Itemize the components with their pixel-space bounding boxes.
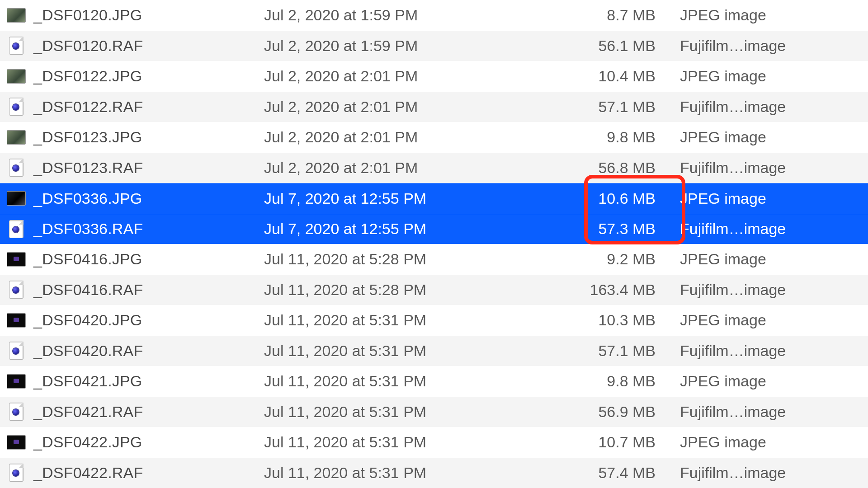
file-date-modified: Jul 2, 2020 at 1:59 PM bbox=[264, 6, 517, 24]
file-name: _DSF0422.RAF bbox=[33, 464, 264, 482]
file-size: 10.7 MB bbox=[517, 433, 680, 451]
file-kind: Fujifilm…image bbox=[680, 37, 864, 55]
file-size: 57.3 MB bbox=[517, 220, 680, 238]
file-name: _DSF0120.RAF bbox=[33, 37, 264, 55]
file-date-modified: Jul 11, 2020 at 5:31 PM bbox=[264, 342, 517, 360]
file-name: _DSF0422.JPG bbox=[33, 433, 264, 451]
file-name: _DSF0420.JPG bbox=[33, 311, 264, 329]
file-kind: JPEG image bbox=[680, 67, 864, 85]
file-size: 10.3 MB bbox=[517, 311, 680, 329]
file-name: _DSF0421.RAF bbox=[33, 403, 264, 421]
file-row[interactable]: _DSF0421.RAFJul 11, 2020 at 5:31 PM56.9 … bbox=[0, 397, 868, 427]
jpeg-thumbnail-icon bbox=[6, 7, 26, 23]
file-name: _DSF0123.RAF bbox=[33, 159, 264, 177]
file-kind: JPEG image bbox=[680, 250, 864, 268]
file-kind: JPEG image bbox=[680, 433, 864, 451]
jpeg-thumbnail-icon bbox=[6, 68, 26, 84]
file-kind: Fujifilm…image bbox=[680, 159, 864, 177]
file-date-modified: Jul 7, 2020 at 12:55 PM bbox=[264, 190, 517, 207]
jpeg-thumbnail-icon bbox=[6, 251, 26, 267]
file-kind: JPEG image bbox=[680, 128, 864, 146]
file-kind: Fujifilm…image bbox=[680, 220, 864, 238]
file-date-modified: Jul 11, 2020 at 5:28 PM bbox=[264, 250, 517, 268]
file-size: 57.1 MB bbox=[517, 342, 680, 360]
file-name: _DSF0336.RAF bbox=[33, 220, 264, 238]
file-kind: JPEG image bbox=[680, 190, 864, 207]
file-date-modified: Jul 2, 2020 at 2:01 PM bbox=[264, 128, 517, 146]
file-kind: Fujifilm…image bbox=[680, 281, 864, 299]
file-size: 56.1 MB bbox=[517, 37, 680, 55]
file-row[interactable]: _DSF0120.JPGJul 2, 2020 at 1:59 PM8.7 MB… bbox=[0, 0, 868, 31]
file-date-modified: Jul 2, 2020 at 2:01 PM bbox=[264, 98, 517, 116]
file-size: 9.2 MB bbox=[517, 250, 680, 268]
raf-document-icon bbox=[6, 160, 26, 176]
file-row[interactable]: _DSF0123.RAFJul 2, 2020 at 2:01 PM56.8 M… bbox=[0, 153, 868, 183]
file-row[interactable]: _DSF0120.RAFJul 2, 2020 at 1:59 PM56.1 M… bbox=[0, 31, 868, 61]
file-name: _DSF0416.JPG bbox=[33, 250, 264, 268]
file-row[interactable]: _DSF0420.RAFJul 11, 2020 at 5:31 PM57.1 … bbox=[0, 336, 868, 366]
file-row[interactable]: _DSF0122.JPGJul 2, 2020 at 2:01 PM10.4 M… bbox=[0, 61, 868, 92]
file-date-modified: Jul 11, 2020 at 5:31 PM bbox=[264, 464, 517, 482]
file-size: 10.6 MB bbox=[517, 190, 680, 207]
file-date-modified: Jul 11, 2020 at 5:31 PM bbox=[264, 433, 517, 451]
file-row[interactable]: _DSF0416.JPGJul 11, 2020 at 5:28 PM9.2 M… bbox=[0, 244, 868, 275]
file-size: 9.8 MB bbox=[517, 128, 680, 146]
file-size: 10.4 MB bbox=[517, 67, 680, 85]
file-name: _DSF0122.RAF bbox=[33, 98, 264, 116]
raf-document-icon bbox=[6, 343, 26, 359]
file-name: _DSF0120.JPG bbox=[33, 6, 264, 24]
raf-document-icon bbox=[6, 99, 26, 115]
file-list[interactable]: _DSF0120.JPGJul 2, 2020 at 1:59 PM8.7 MB… bbox=[0, 0, 868, 488]
jpeg-thumbnail-icon bbox=[6, 312, 26, 328]
file-date-modified: Jul 2, 2020 at 2:01 PM bbox=[264, 67, 517, 85]
raf-document-icon bbox=[6, 221, 26, 237]
file-size: 56.9 MB bbox=[517, 403, 680, 421]
file-row[interactable]: _DSF0122.RAFJul 2, 2020 at 2:01 PM57.1 M… bbox=[0, 92, 868, 122]
file-size: 57.1 MB bbox=[517, 98, 680, 116]
file-name: _DSF0123.JPG bbox=[33, 128, 264, 146]
file-date-modified: Jul 7, 2020 at 12:55 PM bbox=[264, 220, 517, 238]
file-kind: JPEG image bbox=[680, 372, 864, 390]
file-size: 163.4 MB bbox=[517, 281, 680, 299]
file-size: 9.8 MB bbox=[517, 372, 680, 390]
jpeg-thumbnail-icon bbox=[6, 190, 26, 206]
raf-document-icon bbox=[6, 404, 26, 420]
file-row[interactable]: _DSF0422.RAFJul 11, 2020 at 5:31 PM57.4 … bbox=[0, 458, 868, 488]
file-date-modified: Jul 11, 2020 at 5:31 PM bbox=[264, 311, 517, 329]
file-name: _DSF0421.JPG bbox=[33, 372, 264, 390]
file-row[interactable]: _DSF0336.RAFJul 7, 2020 at 12:55 PM57.3 … bbox=[0, 214, 868, 244]
file-row[interactable]: _DSF0420.JPGJul 11, 2020 at 5:31 PM10.3 … bbox=[0, 305, 868, 336]
file-date-modified: Jul 11, 2020 at 5:31 PM bbox=[264, 403, 517, 421]
file-kind: JPEG image bbox=[680, 6, 864, 24]
file-row[interactable]: _DSF0421.JPGJul 11, 2020 at 5:31 PM9.8 M… bbox=[0, 366, 868, 397]
file-date-modified: Jul 2, 2020 at 1:59 PM bbox=[264, 37, 517, 55]
raf-document-icon bbox=[6, 465, 26, 481]
file-row[interactable]: _DSF0123.JPGJul 2, 2020 at 2:01 PM9.8 MB… bbox=[0, 122, 868, 153]
file-name: _DSF0336.JPG bbox=[33, 190, 264, 207]
file-kind: Fujifilm…image bbox=[680, 98, 864, 116]
file-size: 56.8 MB bbox=[517, 159, 680, 177]
file-row[interactable]: _DSF0416.RAFJul 11, 2020 at 5:28 PM163.4… bbox=[0, 275, 868, 305]
file-name: _DSF0420.RAF bbox=[33, 342, 264, 360]
file-date-modified: Jul 11, 2020 at 5:31 PM bbox=[264, 372, 517, 390]
file-date-modified: Jul 11, 2020 at 5:28 PM bbox=[264, 281, 517, 299]
file-kind: Fujifilm…image bbox=[680, 342, 864, 360]
file-size: 8.7 MB bbox=[517, 6, 680, 24]
file-date-modified: Jul 2, 2020 at 2:01 PM bbox=[264, 159, 517, 177]
file-kind: JPEG image bbox=[680, 311, 864, 329]
file-name: _DSF0122.JPG bbox=[33, 67, 264, 85]
file-size: 57.4 MB bbox=[517, 464, 680, 482]
file-row[interactable]: _DSF0336.JPGJul 7, 2020 at 12:55 PM10.6 … bbox=[0, 183, 868, 214]
file-row[interactable]: _DSF0422.JPGJul 11, 2020 at 5:31 PM10.7 … bbox=[0, 427, 868, 458]
file-name: _DSF0416.RAF bbox=[33, 281, 264, 299]
jpeg-thumbnail-icon bbox=[6, 129, 26, 145]
jpeg-thumbnail-icon bbox=[6, 434, 26, 450]
file-kind: Fujifilm…image bbox=[680, 464, 864, 482]
raf-document-icon bbox=[6, 38, 26, 54]
jpeg-thumbnail-icon bbox=[6, 373, 26, 389]
raf-document-icon bbox=[6, 282, 26, 298]
file-kind: Fujifilm…image bbox=[680, 403, 864, 421]
